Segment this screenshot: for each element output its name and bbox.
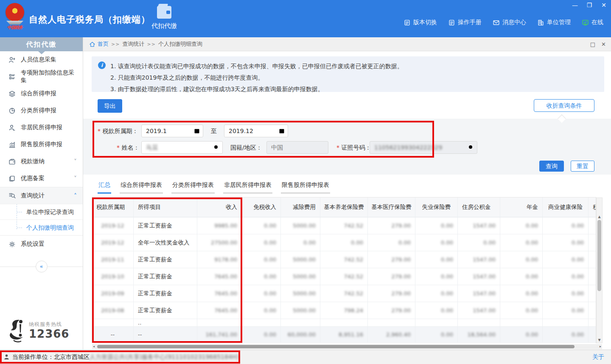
- collapse-query-button[interactable]: 收折查询条件: [534, 99, 594, 112]
- column-header-年金[interactable]: 年金: [500, 197, 543, 217]
- column-header-基本养老保险费[interactable]: 基本养老保险费: [320, 197, 368, 217]
- table-row[interactable]: 2019-09正常工资薪金7645.000.005000.00742.52279…: [92, 285, 596, 302]
- column-header-基本医疗保险费[interactable]: 基本医疗保险费: [368, 197, 415, 217]
- header-link-操作手册[interactable]: 操作手册: [448, 19, 482, 26]
- column-header-免税收入[interactable]: 免税收入: [242, 197, 281, 217]
- vertical-scroll-thumb[interactable]: [597, 220, 601, 291]
- table-row[interactable]: 2019-10正常工资薪金7645.000.005000.00742.52279…: [92, 268, 596, 285]
- sidebar-subitem-个人扣缴明细查询[interactable]: 个人扣缴明细查询: [0, 220, 83, 235]
- horizontal-scroll-thumb[interactable]: [97, 345, 575, 348]
- table-cell: 742.52: [320, 268, 368, 285]
- sidebar-item-系统设置[interactable]: 系统设置: [0, 236, 83, 253]
- column-header-住房公积金[interactable]: 住房公积金: [458, 197, 500, 217]
- column-header-所得项目[interactable]: 所得项目: [134, 197, 197, 217]
- table-row[interactable]: 2019-11正常工资薪金9178.000.005000.00742.52279…: [92, 251, 596, 268]
- header-link-版本切换[interactable]: 版本切换: [404, 19, 437, 26]
- table-cell-value: 5000.00: [293, 256, 316, 263]
- sidebar-item-税款缴纳[interactable]: 税款缴纳˅: [0, 153, 83, 170]
- scroll-down-icon[interactable]: ▼: [597, 338, 602, 342]
- sidebar-item-优惠备案[interactable]: 优惠备案˅: [0, 170, 83, 187]
- period-to-input[interactable]: 2019.12: [224, 125, 288, 137]
- table-row-partial[interactable]: ..: [92, 319, 596, 327]
- magnifier-icon[interactable]: [213, 144, 220, 151]
- table-cell: 279.00: [368, 251, 415, 268]
- table-totals-row[interactable]: ----161,741.000.0060,000.008,951.162,960…: [92, 327, 596, 343]
- tab-综合所得申报表[interactable]: 综合所得申报表: [120, 181, 163, 194]
- calendar-icon[interactable]: [193, 128, 200, 134]
- sidebar-item-综合所得申报[interactable]: 综合所得申报: [0, 85, 83, 102]
- table-cell: 798.24: [320, 302, 368, 319]
- window-close-icon[interactable]: ✕: [600, 2, 608, 8]
- name-input[interactable]: 马晨: [141, 141, 223, 154]
- table-cell-value: 742.52: [344, 222, 364, 229]
- hotline-mascot-icon: [7, 318, 27, 344]
- column-header-收入[interactable]: 收入: [197, 197, 242, 217]
- notice-line: 2. 只能查询2019年及之后的数据，不能进行跨年度查询。: [110, 72, 598, 83]
- table-cell-value: 742.52: [344, 256, 364, 263]
- column-header-减除费用[interactable]: 减除费用: [281, 197, 320, 217]
- table-row[interactable]: 2019-12正常工资薪金9985.000.005000.00742.52279…: [92, 217, 596, 234]
- column-header-失业保险费[interactable]: 失业保险费: [415, 197, 458, 217]
- header-link-单位管理[interactable]: 单位管理: [537, 19, 571, 26]
- sidebar-item-限售股所得申报[interactable]: 限售股所得申报: [0, 136, 83, 153]
- content-window-controls: □ ✕: [590, 41, 611, 47]
- table-cell-value: 2019-12: [101, 239, 124, 246]
- reset-button[interactable]: 重置: [571, 161, 594, 172]
- sidebar-item-label: 税款缴纳: [21, 158, 45, 165]
- tab-汇总[interactable]: 汇总: [98, 181, 111, 194]
- table-row[interactable]: 2019-08正常工资薪金7645.000.005000.00798.24279…: [92, 302, 596, 319]
- table-cell: 8,951.16: [320, 327, 368, 343]
- table-cell: 7645.00: [197, 268, 242, 285]
- table-body: 2019-12正常工资薪金9985.000.005000.00742.52279…: [92, 217, 596, 343]
- tab-分类所得申报表[interactable]: 分类所得申报表: [171, 181, 215, 194]
- column-header-税[interactable]: 税: [589, 197, 596, 217]
- search-button[interactable]: 查询: [539, 161, 564, 172]
- content-restore-icon[interactable]: □: [590, 41, 595, 47]
- sidebar-item-label: 专项附加扣除信息采集: [21, 69, 77, 84]
- sidebar-item-人员信息采集[interactable]: 人员信息采集: [0, 51, 83, 68]
- table-cell: 1547.00: [458, 285, 500, 302]
- copy-icon: [8, 175, 16, 182]
- scroll-right-icon[interactable]: ▸: [600, 344, 601, 349]
- tab-限售股所得申报表[interactable]: 限售股所得申报表: [281, 181, 330, 194]
- table-row[interactable]: 2019-12全年一次性奖金收入27500.000.000.000.000.00…: [92, 234, 596, 251]
- breadcrumb-item[interactable]: 查询统计: [122, 40, 144, 48]
- table-cell: 0.00: [415, 217, 458, 234]
- breadcrumb-separator: >>: [111, 42, 120, 47]
- table-cell: 2019-08: [92, 302, 134, 319]
- scroll-left-icon[interactable]: ◂: [93, 344, 95, 349]
- header-link-消息中心[interactable]: 消息中心: [493, 19, 526, 26]
- header-link-在线[interactable]: 在线: [582, 19, 603, 26]
- table-cell: 0.00: [368, 234, 415, 251]
- window-restore-icon[interactable]: ❐: [586, 2, 593, 8]
- export-button[interactable]: 导出: [98, 99, 122, 113]
- sidebar-item-查询统计[interactable]: 查询统计˄: [0, 187, 83, 204]
- column-header-商业健康保险[interactable]: 商业健康保险: [543, 197, 589, 217]
- tab-daikoudaijiao[interactable]: 代扣代缴: [146, 6, 182, 30]
- window-minimize-icon[interactable]: —: [571, 2, 579, 8]
- sidebar-item-非居民所得申报[interactable]: 非居民所得申报: [0, 119, 83, 136]
- table-cell: 0.00: [415, 285, 458, 302]
- period-from-input[interactable]: 2019.1: [141, 125, 203, 137]
- table-cell: 0.00: [242, 302, 281, 319]
- table-cell-value: 0.00: [441, 256, 453, 263]
- horizontal-scrollbar[interactable]: ◂ ▸: [92, 344, 602, 349]
- table-cell: 2019-12: [92, 217, 134, 234]
- content-close-icon[interactable]: ✕: [601, 41, 606, 47]
- tab-非居民所得申报表[interactable]: 非居民所得申报表: [223, 181, 272, 194]
- magnifier-icon[interactable]: [468, 144, 474, 151]
- sidebar-subitem-单位申报记录查询[interactable]: 单位申报记录查询: [0, 204, 83, 220]
- table-cell-value: 8,951.16: [339, 331, 363, 338]
- sidebar-item-专项附加扣除信息采集[interactable]: 专项附加扣除信息采集: [0, 68, 83, 85]
- sidebar-item-分类所得申报[interactable]: 分类所得申报: [0, 102, 83, 119]
- table-cell-value: 5000.00: [293, 222, 316, 229]
- calendar-icon[interactable]: [278, 128, 285, 134]
- table-cell-value: 0.00: [441, 307, 453, 314]
- column-header-税款所属期[interactable]: 税款所属期: [92, 197, 134, 217]
- scroll-up-icon[interactable]: ▲: [597, 215, 602, 219]
- sidebar-collapse-button[interactable]: «: [36, 261, 48, 272]
- about-link[interactable]: 关于: [592, 353, 604, 361]
- vertical-scrollbar[interactable]: ▲ ▼: [596, 197, 603, 343]
- main-tab-label: 代扣代缴: [146, 22, 182, 30]
- breadcrumb-home[interactable]: 首页: [98, 40, 109, 48]
